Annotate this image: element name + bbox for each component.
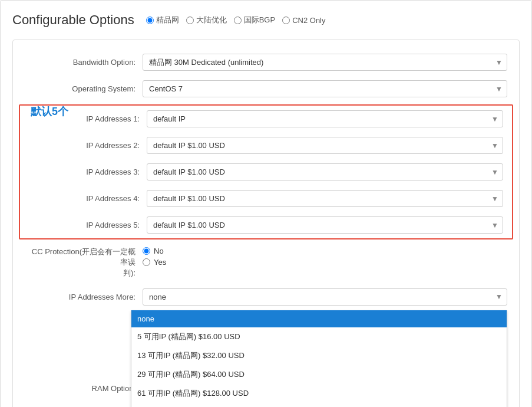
os-select-wrapper: CentOS 7 ▼ <box>143 80 507 97</box>
ip-more-dropdown-list: none 5 可用IP (精品网) $16.00 USD 13 可用IP (精品… <box>131 310 507 407</box>
ip1-label: IP Addresses 1: <box>29 114 147 123</box>
configurable-options-panel: Configurable Options 精品网 大陆优化 国际BGP CN2 … <box>0 0 532 407</box>
ip-more-label: IP Addresses More: <box>25 293 143 301</box>
ip1-row: IP Addresses 1: default IP ▼ <box>20 106 512 132</box>
ip-more-select-wrapper: none ▼ <box>143 288 507 306</box>
ip-highlighted-box: IP Addresses 1: default IP ▼ IP Addresse… <box>19 104 513 239</box>
ip2-label: IP Addresses 2: <box>29 141 147 150</box>
ip3-row: IP Addresses 3: default IP $1.00 USD ▼ <box>20 159 512 185</box>
ip4-input-col: default IP $1.00 USD ▼ <box>147 190 503 207</box>
dropdown-item-125[interactable]: 125 可用IP (精品网) $256.00 USD <box>131 403 507 407</box>
cc-protection-row: CC Protection(开启会有一定概率误判): No Yes <box>13 242 519 284</box>
radio-dalu[interactable]: 大陆优化 <box>186 15 227 25</box>
form-area: Bandwidth Option: 精品网 30M Dedicated (unl… <box>12 40 520 407</box>
dropdown-item-13[interactable]: 13 可用IP (精品网) $32.00 USD <box>131 346 507 365</box>
bandwidth-row: Bandwidth Option: 精品网 30M Dedicated (unl… <box>13 49 519 76</box>
ip-addresses-group: 默认5个 IP Addresses 1: default IP ▼ <box>13 104 519 239</box>
ip4-select-wrapper: default IP $1.00 USD ▼ <box>147 190 503 207</box>
ip5-input-col: default IP $1.00 USD ▼ <box>147 216 503 234</box>
ip-more-select[interactable]: none <box>143 288 507 306</box>
os-label: Operating System: <box>25 84 143 93</box>
bandwidth-label: Bandwidth Option: <box>25 58 143 67</box>
cc-yes-label: Yes <box>154 258 166 267</box>
dropdown-item-5[interactable]: 5 可用IP (精品网) $16.00 USD <box>131 327 507 346</box>
ip4-row: IP Addresses 4: default IP $1.00 USD ▼ <box>20 185 512 212</box>
ip4-select[interactable]: default IP $1.00 USD <box>147 190 503 207</box>
ip1-select[interactable]: default IP <box>147 110 503 127</box>
ip-more-input-col: none ▼ <box>143 288 507 306</box>
ip5-label: IP Addresses 5: <box>29 221 147 229</box>
ip4-label: IP Addresses 4: <box>29 194 147 203</box>
os-row: Operating System: CentOS 7 ▼ <box>13 76 519 102</box>
cc-options: No Yes <box>143 247 166 279</box>
ip2-select[interactable]: default IP $1.00 USD <box>147 137 503 154</box>
ip3-input-col: default IP $1.00 USD ▼ <box>147 163 503 180</box>
header: Configurable Options 精品网 大陆优化 国际BGP CN2 … <box>12 12 520 28</box>
ip5-select-wrapper: default IP $1.00 USD ▼ <box>147 216 503 234</box>
os-select[interactable]: CentOS 7 <box>143 80 507 97</box>
cc-no-option[interactable]: No <box>143 247 166 255</box>
bandwidth-select-wrapper: 精品网 30M Dedicated (unlimited) ▼ <box>143 54 507 71</box>
ip2-select-wrapper: default IP $1.00 USD ▼ <box>147 137 503 154</box>
ip2-row: IP Addresses 2: default IP $1.00 USD ▼ <box>20 132 512 159</box>
os-input-col: CentOS 7 ▼ <box>143 80 507 97</box>
ip3-label: IP Addresses 3: <box>29 168 147 176</box>
dropdown-item-61[interactable]: 61 可用IP (精品网) $128.00 USD <box>131 384 507 403</box>
ram-label: RAM Option: <box>25 384 143 393</box>
ip2-input-col: default IP $1.00 USD ▼ <box>147 137 503 154</box>
ip-more-row: IP Addresses More: none ▼ none 5 可用IP (精… <box>13 284 519 310</box>
cc-label: CC Protection(开启会有一定概率误判): <box>25 247 143 279</box>
bandwidth-select[interactable]: 精品网 30M Dedicated (unlimited) <box>143 54 507 71</box>
radio-cn2[interactable]: CN2 Only <box>282 16 325 25</box>
dropdown-item-none[interactable]: none <box>131 310 507 327</box>
ip1-input-col: default IP ▼ <box>147 110 503 127</box>
ip5-row: IP Addresses 5: default IP $1.00 USD ▼ <box>20 212 512 238</box>
dropdown-item-29[interactable]: 29 可用IP (精品网) $64.00 USD <box>131 365 507 384</box>
ip5-select[interactable]: default IP $1.00 USD <box>147 216 503 234</box>
cc-no-label: No <box>154 247 164 255</box>
radio-jingpin[interactable]: 精品网 <box>146 15 179 25</box>
network-type-radio-group: 精品网 大陆优化 国际BGP CN2 Only <box>146 15 326 25</box>
bandwidth-input-col: 精品网 30M Dedicated (unlimited) ▼ <box>143 54 507 71</box>
ip1-select-wrapper: default IP ▼ <box>147 110 503 127</box>
ip3-select-wrapper: default IP $1.00 USD ▼ <box>147 163 503 180</box>
radio-bgp[interactable]: 国际BGP <box>234 15 275 25</box>
cc-yes-option[interactable]: Yes <box>143 258 166 267</box>
ip3-select[interactable]: default IP $1.00 USD <box>147 163 503 180</box>
page-title: Configurable Options <box>12 12 134 28</box>
